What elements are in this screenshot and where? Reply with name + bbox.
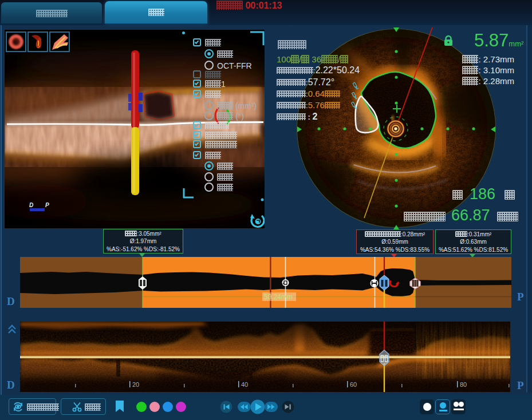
- svg-text:80: 80: [460, 381, 467, 388]
- svg-text:20: 20: [132, 381, 139, 388]
- svg-text:D: D: [29, 202, 33, 208]
- svg-text:60: 60: [350, 381, 357, 388]
- svg-text:40: 40: [241, 381, 248, 388]
- svg-text:P: P: [45, 202, 49, 208]
- svg-text:50.24mm: 50.24mm: [264, 293, 293, 301]
